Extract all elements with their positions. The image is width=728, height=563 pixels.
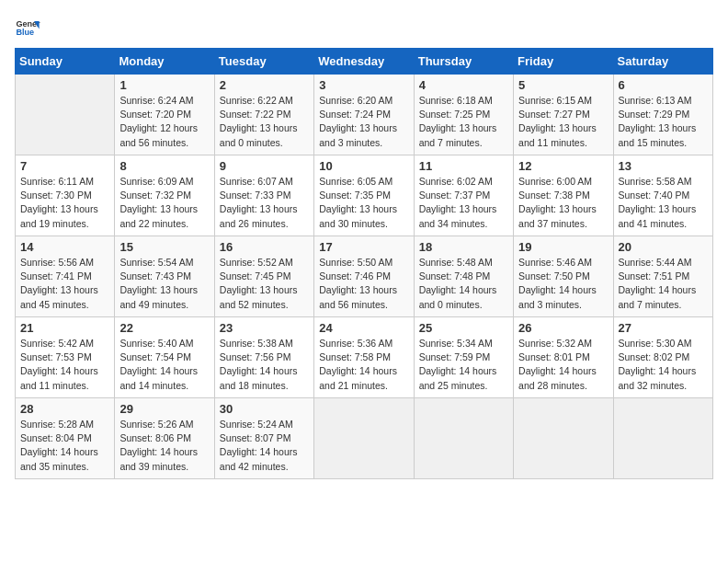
day-info: Sunrise: 6:05 AMSunset: 7:35 PMDaylight:… [319, 175, 408, 231]
day-info: Sunrise: 5:28 AMSunset: 8:04 PMDaylight:… [20, 418, 109, 474]
day-header-sunday: Sunday [16, 49, 115, 75]
day-number: 11 [419, 159, 508, 173]
day-header-wednesday: Wednesday [314, 49, 414, 75]
calendar-cell: 18Sunrise: 5:48 AMSunset: 7:48 PMDayligh… [414, 236, 513, 317]
day-number: 13 [619, 159, 708, 173]
calendar-cell: 14Sunrise: 5:56 AMSunset: 7:41 PMDayligh… [16, 236, 115, 317]
calendar-cell [414, 398, 513, 479]
calendar-cell: 9Sunrise: 6:07 AMSunset: 7:33 PMDaylight… [214, 155, 313, 236]
day-info: Sunrise: 5:48 AMSunset: 7:48 PMDaylight:… [419, 256, 508, 312]
day-info: Sunrise: 5:46 AMSunset: 7:50 PMDaylight:… [518, 256, 608, 312]
calendar-cell: 2Sunrise: 6:22 AMSunset: 7:22 PMDaylight… [214, 75, 313, 155]
day-number: 5 [518, 78, 608, 92]
calendar-cell: 25Sunrise: 5:34 AMSunset: 7:59 PMDayligh… [414, 317, 513, 398]
day-header-tuesday: Tuesday [214, 49, 313, 75]
day-number: 10 [319, 159, 408, 173]
day-info: Sunrise: 5:30 AMSunset: 8:02 PMDaylight:… [619, 337, 708, 393]
calendar-cell: 28Sunrise: 5:28 AMSunset: 8:04 PMDayligh… [16, 398, 115, 479]
day-number: 24 [319, 321, 408, 335]
calendar-cell: 15Sunrise: 5:54 AMSunset: 7:43 PMDayligh… [115, 236, 214, 317]
calendar-cell: 1Sunrise: 6:24 AMSunset: 7:20 PMDaylight… [115, 75, 214, 155]
calendar-cell [314, 398, 414, 479]
day-header-thursday: Thursday [414, 49, 513, 75]
day-number: 21 [20, 321, 109, 335]
day-info: Sunrise: 6:07 AMSunset: 7:33 PMDaylight:… [220, 175, 309, 231]
day-number: 12 [518, 159, 608, 173]
calendar-cell [16, 75, 115, 155]
day-info: Sunrise: 5:40 AMSunset: 7:54 PMDaylight:… [119, 337, 209, 393]
day-info: Sunrise: 6:18 AMSunset: 7:25 PMDaylight:… [419, 94, 508, 150]
calendar-cell: 19Sunrise: 5:46 AMSunset: 7:50 PMDayligh… [514, 236, 613, 317]
day-info: Sunrise: 5:42 AMSunset: 7:53 PMDaylight:… [20, 337, 109, 393]
day-number: 14 [20, 240, 109, 254]
day-number: 1 [119, 78, 209, 92]
day-number: 25 [419, 321, 508, 335]
week-row-4: 21Sunrise: 5:42 AMSunset: 7:53 PMDayligh… [16, 317, 713, 398]
day-number: 29 [119, 402, 209, 416]
week-row-2: 7Sunrise: 6:11 AMSunset: 7:30 PMDaylight… [16, 155, 713, 236]
calendar-cell: 20Sunrise: 5:44 AMSunset: 7:51 PMDayligh… [613, 236, 712, 317]
calendar-cell: 7Sunrise: 6:11 AMSunset: 7:30 PMDaylight… [16, 155, 115, 236]
day-info: Sunrise: 5:44 AMSunset: 7:51 PMDaylight:… [619, 256, 708, 312]
calendar-cell: 21Sunrise: 5:42 AMSunset: 7:53 PMDayligh… [16, 317, 115, 398]
calendar-cell: 27Sunrise: 5:30 AMSunset: 8:02 PMDayligh… [613, 317, 712, 398]
day-number: 2 [220, 78, 309, 92]
day-info: Sunrise: 5:54 AMSunset: 7:43 PMDaylight:… [119, 256, 209, 312]
logo: General Blue [15, 15, 40, 40]
day-header-monday: Monday [115, 49, 214, 75]
day-number: 23 [220, 321, 309, 335]
calendar-cell: 8Sunrise: 6:09 AMSunset: 7:32 PMDaylight… [115, 155, 214, 236]
calendar-cell [613, 398, 712, 479]
week-row-1: 1Sunrise: 6:24 AMSunset: 7:20 PMDaylight… [16, 75, 713, 155]
day-number: 22 [119, 321, 209, 335]
day-info: Sunrise: 6:20 AMSunset: 7:24 PMDaylight:… [319, 94, 408, 150]
day-info: Sunrise: 5:34 AMSunset: 7:59 PMDaylight:… [419, 337, 508, 393]
day-info: Sunrise: 5:24 AMSunset: 8:07 PMDaylight:… [220, 418, 309, 474]
calendar-cell: 22Sunrise: 5:40 AMSunset: 7:54 PMDayligh… [115, 317, 214, 398]
calendar-cell: 16Sunrise: 5:52 AMSunset: 7:45 PMDayligh… [214, 236, 313, 317]
day-info: Sunrise: 5:32 AMSunset: 8:01 PMDaylight:… [518, 337, 608, 393]
header: General Blue [15, 15, 713, 40]
calendar-cell: 29Sunrise: 5:26 AMSunset: 8:06 PMDayligh… [115, 398, 214, 479]
day-number: 8 [119, 159, 209, 173]
calendar-cell: 17Sunrise: 5:50 AMSunset: 7:46 PMDayligh… [314, 236, 414, 317]
logo-icon: General Blue [15, 15, 40, 40]
day-header-row: SundayMondayTuesdayWednesdayThursdayFrid… [16, 49, 713, 75]
day-number: 9 [220, 159, 309, 173]
day-info: Sunrise: 5:36 AMSunset: 7:58 PMDaylight:… [319, 337, 408, 393]
day-info: Sunrise: 5:26 AMSunset: 8:06 PMDaylight:… [119, 418, 209, 474]
calendar-cell: 4Sunrise: 6:18 AMSunset: 7:25 PMDaylight… [414, 75, 513, 155]
day-number: 6 [619, 78, 708, 92]
calendar-cell: 24Sunrise: 5:36 AMSunset: 7:58 PMDayligh… [314, 317, 414, 398]
calendar-cell: 23Sunrise: 5:38 AMSunset: 7:56 PMDayligh… [214, 317, 313, 398]
day-header-saturday: Saturday [613, 49, 712, 75]
calendar-cell: 3Sunrise: 6:20 AMSunset: 7:24 PMDaylight… [314, 75, 414, 155]
week-row-3: 14Sunrise: 5:56 AMSunset: 7:41 PMDayligh… [16, 236, 713, 317]
calendar-cell: 26Sunrise: 5:32 AMSunset: 8:01 PMDayligh… [514, 317, 613, 398]
day-number: 30 [220, 402, 309, 416]
calendar-cell: 30Sunrise: 5:24 AMSunset: 8:07 PMDayligh… [214, 398, 313, 479]
day-number: 3 [319, 78, 408, 92]
day-header-friday: Friday [514, 49, 613, 75]
day-number: 16 [220, 240, 309, 254]
day-info: Sunrise: 5:38 AMSunset: 7:56 PMDaylight:… [220, 337, 309, 393]
day-number: 4 [419, 78, 508, 92]
calendar-cell: 12Sunrise: 6:00 AMSunset: 7:38 PMDayligh… [514, 155, 613, 236]
day-number: 15 [119, 240, 209, 254]
day-number: 18 [419, 240, 508, 254]
day-info: Sunrise: 6:15 AMSunset: 7:27 PMDaylight:… [518, 94, 608, 150]
calendar-table: SundayMondayTuesdayWednesdayThursdayFrid… [15, 48, 713, 479]
day-number: 19 [518, 240, 608, 254]
day-info: Sunrise: 6:11 AMSunset: 7:30 PMDaylight:… [20, 175, 109, 231]
calendar-cell [514, 398, 613, 479]
day-info: Sunrise: 6:22 AMSunset: 7:22 PMDaylight:… [220, 94, 309, 150]
day-number: 20 [619, 240, 708, 254]
day-number: 7 [20, 159, 109, 173]
day-number: 26 [518, 321, 608, 335]
calendar-cell: 10Sunrise: 6:05 AMSunset: 7:35 PMDayligh… [314, 155, 414, 236]
day-info: Sunrise: 5:50 AMSunset: 7:46 PMDaylight:… [319, 256, 408, 312]
week-row-5: 28Sunrise: 5:28 AMSunset: 8:04 PMDayligh… [16, 398, 713, 479]
day-info: Sunrise: 6:02 AMSunset: 7:37 PMDaylight:… [419, 175, 508, 231]
calendar-cell: 6Sunrise: 6:13 AMSunset: 7:29 PMDaylight… [613, 75, 712, 155]
svg-text:Blue: Blue [16, 28, 34, 37]
